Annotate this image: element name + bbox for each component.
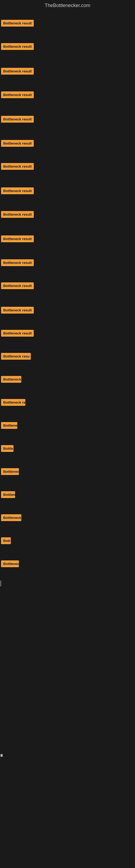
bottleneck-item[interactable]: Bottlen	[1, 491, 15, 498]
bottleneck-item[interactable]: Bottleneck result	[1, 163, 34, 170]
bottleneck-item[interactable]: Bottleneck result	[1, 282, 34, 289]
bottleneck-item[interactable]: Bottleneck re	[1, 399, 26, 406]
bottleneck-item[interactable]: Bott	[1, 537, 11, 544]
bottleneck-item[interactable]: Bottleneck	[1, 376, 21, 383]
bottleneck-item[interactable]: Bottleneck result	[1, 140, 34, 147]
bottleneck-item[interactable]: Bottlenec	[1, 560, 19, 567]
bottleneck-item[interactable]: Bottleneck result	[1, 307, 34, 314]
bottleneck-item[interactable]: Bottleneck result	[1, 91, 34, 98]
bottleneck-item[interactable]: Bottleneck resu	[1, 353, 31, 360]
bottleneck-item[interactable]: Bottleneck result	[1, 20, 34, 27]
bottleneck-item[interactable]: Bottleneck	[1, 514, 21, 521]
bottleneck-item[interactable]: Bottle	[1, 445, 13, 452]
site-title: TheBottlenecker.com	[0, 0, 135, 10]
bottleneck-item[interactable]: Bottleneck result	[1, 187, 34, 194]
bottleneck-item[interactable]: Bottleneck result	[1, 236, 34, 242]
bottleneck-item[interactable]: Bottleneck result	[1, 330, 34, 337]
bottleneck-item[interactable]: Bottleneck result	[1, 116, 34, 123]
bottleneck-item[interactable]: Bottleneck result	[1, 68, 34, 74]
bottleneck-item[interactable]: Bottleneck result	[1, 211, 34, 218]
bottleneck-item[interactable]: Bottleneck result	[1, 43, 34, 50]
small-indicator: ≡	[1, 754, 3, 757]
cursor-indicator	[1, 581, 1, 586]
bottleneck-item[interactable]: Bottlene	[1, 422, 17, 429]
bottleneck-item[interactable]: Bottlenec	[1, 468, 19, 475]
bottleneck-item[interactable]: Bottleneck result	[1, 259, 34, 266]
